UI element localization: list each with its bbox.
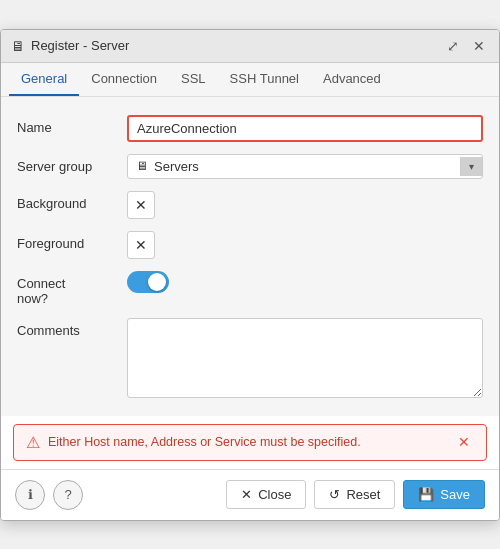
expand-button[interactable]: ⤢ <box>443 36 463 56</box>
foreground-color-button[interactable]: ✕ <box>127 231 155 259</box>
register-server-window: 🖥 Register - Server ⤢ ✕ General Connecti… <box>0 29 500 521</box>
save-button[interactable]: 💾 Save <box>403 480 485 509</box>
footer: ℹ ? ✕ Close ↺ Reset 💾 Save <box>1 469 499 520</box>
tab-connection[interactable]: Connection <box>79 63 169 96</box>
name-label: Name <box>17 115 127 135</box>
error-left: ⚠ Either Host name, Address or Service m… <box>26 433 361 452</box>
connect-now-label: Connect now? <box>17 271 127 306</box>
server-group-icon: 🖥 <box>136 159 148 173</box>
foreground-row: Foreground ✕ <box>1 225 499 265</box>
name-row: Name <box>1 109 499 148</box>
server-group-label: Server group <box>17 154 127 174</box>
save-label: Save <box>440 487 470 502</box>
name-control <box>127 115 483 142</box>
tab-advanced[interactable]: Advanced <box>311 63 393 96</box>
background-row: Background ✕ <box>1 185 499 225</box>
save-icon: 💾 <box>418 487 434 502</box>
window-title: Register - Server <box>31 38 129 53</box>
tab-ssh-tunnel[interactable]: SSH Tunnel <box>218 63 311 96</box>
reset-icon: ↺ <box>329 487 340 502</box>
form-area: Name Server group 🖥 Servers ▾ Background <box>1 97 499 416</box>
error-bar: ⚠ Either Host name, Address or Service m… <box>13 424 487 461</box>
server-group-select[interactable]: 🖥 Servers ▾ <box>127 154 483 179</box>
foreground-label: Foreground <box>17 231 127 251</box>
error-icon: ⚠ <box>26 433 40 452</box>
title-bar-right: ⤢ ✕ <box>443 36 489 56</box>
background-label: Background <box>17 191 127 211</box>
error-message: Either Host name, Address or Service mus… <box>48 435 361 449</box>
background-control: ✕ <box>127 191 483 219</box>
close-title-button[interactable]: ✕ <box>469 36 489 56</box>
title-bar: 🖥 Register - Server ⤢ ✕ <box>1 30 499 63</box>
server-group-control: 🖥 Servers ▾ <box>127 154 483 179</box>
connect-now-row: Connect now? <box>1 265 499 312</box>
server-icon: 🖥 <box>11 38 25 54</box>
comments-textarea[interactable] <box>127 318 483 398</box>
comments-label: Comments <box>17 318 127 338</box>
comments-row: Comments <box>1 312 499 404</box>
server-group-value: Servers <box>154 159 199 174</box>
select-dropdown-arrow[interactable]: ▾ <box>460 157 482 176</box>
connect-now-control <box>127 271 483 293</box>
help-button[interactable]: ? <box>53 480 83 510</box>
foreground-control: ✕ <box>127 231 483 259</box>
close-icon: ✕ <box>241 487 252 502</box>
close-button[interactable]: ✕ Close <box>226 480 306 509</box>
name-input[interactable] <box>127 115 483 142</box>
server-group-row: Server group 🖥 Servers ▾ <box>1 148 499 185</box>
toggle-wrap <box>127 271 483 293</box>
toggle-track <box>127 271 169 293</box>
tab-general[interactable]: General <box>9 63 79 96</box>
error-close-button[interactable]: ✕ <box>454 434 474 450</box>
title-bar-left: 🖥 Register - Server <box>11 38 129 54</box>
close-label: Close <box>258 487 291 502</box>
background-color-button[interactable]: ✕ <box>127 191 155 219</box>
info-button[interactable]: ℹ <box>15 480 45 510</box>
tab-bar: General Connection SSL SSH Tunnel Advanc… <box>1 63 499 97</box>
connect-now-toggle[interactable] <box>127 271 169 293</box>
reset-label: Reset <box>346 487 380 502</box>
tab-ssl[interactable]: SSL <box>169 63 218 96</box>
reset-button[interactable]: ↺ Reset <box>314 480 395 509</box>
select-inner: 🖥 Servers <box>128 155 460 178</box>
toggle-thumb <box>148 273 166 291</box>
